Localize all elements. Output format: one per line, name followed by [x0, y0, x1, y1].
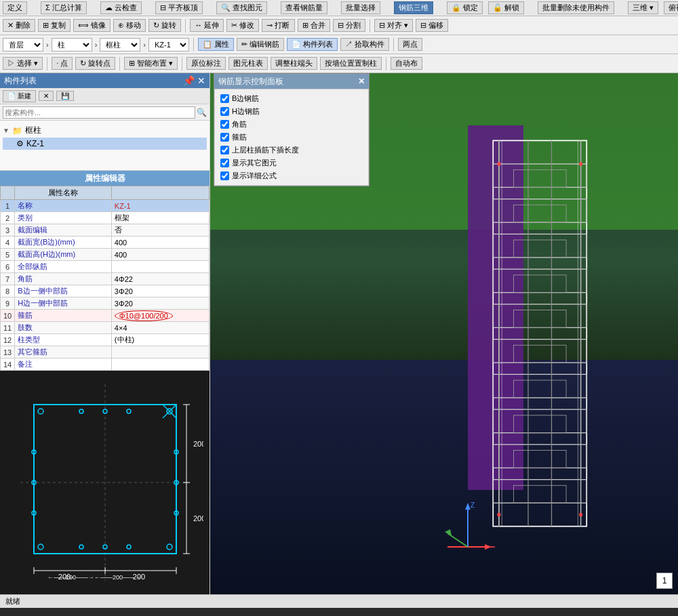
- btn-panel-save[interactable]: 💾: [56, 91, 74, 101]
- svg-rect-40: [493, 164, 586, 188]
- btn-3d[interactable]: 三维 ▾: [628, 1, 658, 14]
- comp-type-select[interactable]: 柱: [52, 38, 92, 52]
- props-row-val-9[interactable]: 3Φ20: [111, 297, 209, 310]
- svg-marker-75: [445, 529, 452, 536]
- svg-rect-61: [514, 240, 567, 258]
- cb-show-formula[interactable]: [220, 171, 229, 180]
- btn-new[interactable]: 📄 新建: [3, 90, 36, 102]
- btn-move[interactable]: ⊕ 移动: [113, 19, 146, 32]
- btn-merge[interactable]: ⊞ 合并: [298, 19, 330, 32]
- cb-stirrup[interactable]: [220, 133, 229, 142]
- props-row-val-5[interactable]: 400: [111, 249, 209, 261]
- btn-align-top[interactable]: ⊟ 平齐板顶: [155, 1, 203, 14]
- svg-text:←——200——→←——200——→: ←——200——→←——200——→: [47, 574, 141, 581]
- btn-rebar-count[interactable]: 查看钢筋量: [281, 1, 327, 14]
- search-input[interactable]: [3, 106, 195, 119]
- cb-corner[interactable]: [220, 120, 229, 129]
- panel-search: 🔍: [0, 104, 210, 121]
- props-row-val-13[interactable]: [111, 346, 209, 358]
- btn-delete[interactable]: ✕ 删除: [3, 19, 35, 32]
- btn-find[interactable]: 🔍 查找图元: [216, 1, 267, 14]
- toolbar-row3: 首层 › 柱 › 框柱 › KZ-1 📋 属性 ✏ 编辑钢筋 📄 构件列表 ↗ …: [0, 35, 678, 54]
- tree-item-kz1[interactable]: ⚙ KZ-1: [3, 138, 207, 150]
- props-row-val-3[interactable]: 否: [111, 224, 209, 237]
- sep14: [393, 38, 394, 52]
- props-row-num-9: 9: [1, 297, 15, 310]
- cb-insert[interactable]: [220, 146, 229, 155]
- props-row-val-2[interactable]: 框架: [111, 212, 209, 224]
- props-row-name-5: 截面高(H边)(mm): [15, 249, 112, 261]
- float-close-btn[interactable]: ✕: [358, 77, 365, 86]
- cross-section-svg: 200 ← 200 ←——200——→←——200——→ 200: [7, 377, 203, 588]
- svg-rect-39: [502, 141, 578, 527]
- btn-props[interactable]: 📋 属性: [198, 38, 234, 51]
- props-row-val-1[interactable]: KZ-1: [111, 200, 209, 212]
- btn-top-view[interactable]: 俯视 ▾: [664, 1, 678, 14]
- btn-auto[interactable]: 自动布: [391, 57, 422, 70]
- toolbar-row4: ▷ 选择 ▾ · 点 ↻ 旋转点 ⊞ 智能布置 ▾ 原位标注 图元柱表 调整柱端…: [0, 54, 678, 73]
- tree-item-root[interactable]: ▼ 📁 框柱: [3, 123, 207, 138]
- toolbar-row2: ✕ 删除 ⊞ 复制 ⟺ 镜像 ⊕ 移动 ↻ 旋转 ↔ 延伸 ✂ 修改 ⊸ 打断 …: [0, 16, 678, 35]
- btn-place-by-wall[interactable]: 按墙位置置制柱: [320, 57, 382, 70]
- props-row-val-4[interactable]: 400: [111, 237, 209, 249]
- btn-panel-delete[interactable]: ✕: [39, 91, 54, 101]
- props-row-num-7: 7: [1, 273, 15, 285]
- btn-offset[interactable]: ⊟ 偏移: [416, 19, 448, 32]
- btn-batch-select[interactable]: 批量选择: [341, 1, 380, 14]
- float-item-h-rebar: H边钢筋: [220, 105, 363, 118]
- props-row-name-14: 备注: [15, 358, 112, 371]
- svg-rect-48: [493, 445, 586, 468]
- cb-h-rebar[interactable]: [220, 107, 229, 116]
- btn-smart-layout[interactable]: ⊞ 智能布置 ▾: [124, 57, 178, 70]
- props-row-val-10[interactable]: Φ10@100/200: [111, 310, 209, 322]
- btn-point[interactable]: · 点: [52, 57, 73, 70]
- panel-pin-btn[interactable]: 📌: [183, 75, 195, 86]
- btn-comp-list[interactable]: 📄 构件列表: [287, 38, 338, 51]
- btn-break[interactable]: ⊸ 打断: [262, 19, 294, 32]
- cb-b-rebar[interactable]: [220, 94, 229, 103]
- btn-rebar-3d[interactable]: 钢筋三维: [394, 1, 433, 14]
- props-row-val-8[interactable]: 3Φ20: [111, 285, 209, 297]
- btn-lock[interactable]: 🔒 锁定: [447, 1, 483, 14]
- btn-align[interactable]: ⊟ 对齐 ▾: [374, 19, 413, 32]
- btn-two-points[interactable]: 两点: [398, 38, 422, 51]
- kz-select[interactable]: KZ-1: [148, 38, 189, 52]
- floor-select[interactable]: 首层: [3, 38, 43, 52]
- new-icon: 📄: [7, 92, 16, 100]
- btn-select[interactable]: ▷ 选择 ▾: [3, 57, 43, 70]
- btn-extend[interactable]: ↔ 延伸: [190, 19, 224, 32]
- btn-pick[interactable]: ↗ 拾取构件: [340, 38, 389, 51]
- btn-sum[interactable]: Σ 汇总计算: [41, 1, 87, 14]
- btn-cloud-check[interactable]: ☁ 云检查: [100, 1, 142, 14]
- props-row-val-12[interactable]: (中柱): [111, 334, 209, 346]
- props-row-val-6[interactable]: [111, 261, 209, 273]
- props-row-val-7[interactable]: 4Φ22: [111, 273, 209, 285]
- btn-col-chart[interactable]: 图元柱表: [228, 57, 268, 70]
- btn-adjust-end[interactable]: 调整柱端头: [271, 57, 317, 70]
- sep15: [47, 57, 47, 70]
- props-table: 属性名称 1名称KZ-12类别框架3截面编辑否4截面宽(B边)(mm)4005截…: [0, 186, 210, 371]
- btn-rotate[interactable]: ↻ 旋转: [148, 19, 181, 32]
- btn-split[interactable]: ⊟ 分割: [333, 19, 365, 32]
- svg-text:Z: Z: [471, 501, 475, 509]
- btn-batch-delete[interactable]: 批量删除未使用构件: [538, 1, 614, 14]
- svg-rect-62: [514, 275, 567, 293]
- btn-trim[interactable]: ✂ 修改: [226, 19, 259, 32]
- svg-point-58: [579, 513, 582, 516]
- props-row-val-14[interactable]: [111, 358, 209, 371]
- float-item-corner: 角筋: [220, 118, 363, 131]
- btn-original-mark[interactable]: 原位标注: [186, 57, 226, 70]
- btn-rotate-point[interactable]: ↻ 旋转点: [75, 57, 115, 70]
- btn-edit-rebar[interactable]: ✏ 编辑钢筋: [237, 38, 284, 51]
- frame-select[interactable]: 框柱: [100, 38, 140, 52]
- sep17: [182, 57, 182, 70]
- cb-show-others[interactable]: [220, 159, 229, 167]
- panel-close-btn[interactable]: ✕: [197, 75, 205, 86]
- props-row-val-11[interactable]: 4×4: [111, 322, 209, 334]
- btn-copy[interactable]: ⊞ 复制: [38, 19, 71, 32]
- svg-rect-66: [514, 415, 567, 433]
- btn-mirror[interactable]: ⟺ 镜像: [73, 19, 111, 32]
- search-icon[interactable]: 🔍: [197, 108, 207, 117]
- btn-define[interactable]: 定义: [3, 1, 27, 14]
- btn-unlock[interactable]: 🔓 解锁: [488, 1, 524, 14]
